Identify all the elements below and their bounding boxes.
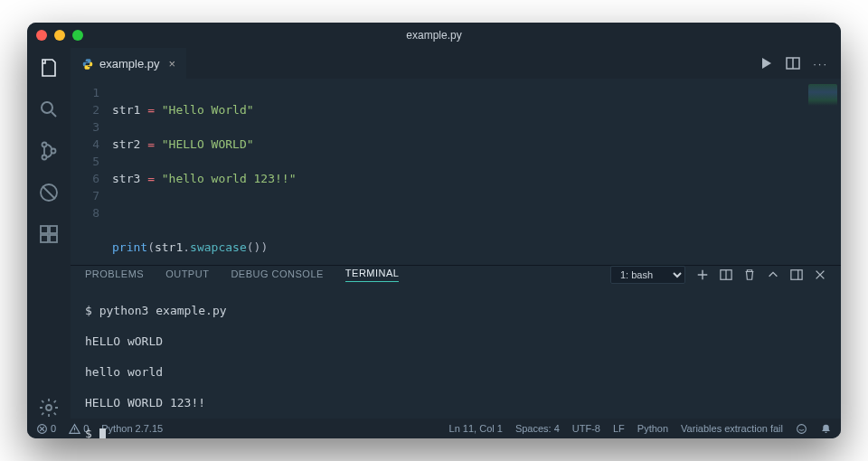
error-icon [36,423,48,435]
terminal-shell-select[interactable]: 1: bash [610,266,685,284]
svg-point-9 [46,405,52,410]
source-control-icon[interactable] [38,140,60,162]
extensions-icon[interactable] [38,223,60,245]
svg-rect-6 [50,226,57,233]
main-area: example.py × ··· 1 2 3 4 5 6 7 [27,48,841,419]
more-actions-icon[interactable]: ··· [813,57,828,71]
maximize-panel-icon[interactable] [767,268,779,281]
vscode-window: example.py example.py × ··· [27,23,841,438]
settings-gear-icon[interactable] [38,397,60,419]
panel-tab-terminal[interactable]: TERMINAL [345,268,400,282]
svg-rect-12 [791,270,802,280]
kill-terminal-icon[interactable] [743,268,756,281]
panel-position-icon[interactable] [790,268,803,281]
svg-point-0 [42,102,52,113]
terminal-actions: 1: bash [610,266,826,284]
titlebar: example.py [27,23,841,48]
tab-label: example.py [99,57,159,71]
panel-tab-problems[interactable]: PROBLEMS [85,268,144,282]
close-tab-icon[interactable]: × [168,57,175,71]
explorer-icon[interactable] [38,57,60,79]
terminal-output[interactable]: $ python3 example.py hELLO wORLD hello w… [71,284,841,438]
split-editor-icon[interactable] [786,56,800,71]
new-terminal-icon[interactable] [696,268,709,281]
editor-group: example.py × ··· 1 2 3 4 5 6 7 [71,48,841,419]
window-title: example.py [27,29,841,42]
line-gutter: 1 2 3 4 5 6 7 8 [71,79,112,265]
terminal-cursor [99,428,106,439]
svg-point-1 [42,143,47,147]
tab-example-py[interactable]: example.py × [71,48,186,79]
run-icon[interactable] [759,56,773,71]
minimap[interactable] [808,84,837,111]
code-content: str1 = "Hello World" str2 = "HELLO WORLD… [112,79,297,265]
search-icon[interactable] [38,99,60,120]
svg-point-3 [52,149,56,154]
editor-tabs: example.py × ··· [71,48,841,79]
activity-bar [27,48,71,419]
svg-rect-8 [50,235,57,242]
bottom-panel: PROBLEMS OUTPUT DEBUG CONSOLE TERMINAL 1… [71,265,841,419]
editor-actions: ··· [759,48,841,79]
panel-tab-output[interactable]: OUTPUT [165,268,209,282]
panel-tabs: PROBLEMS OUTPUT DEBUG CONSOLE TERMINAL 1… [71,266,841,284]
status-errors[interactable]: 0 [36,423,56,435]
svg-rect-7 [41,235,48,242]
python-file-icon [81,58,94,71]
svg-point-2 [42,155,47,160]
debug-icon[interactable] [38,182,60,203]
close-panel-icon[interactable] [814,268,826,281]
code-editor[interactable]: 1 2 3 4 5 6 7 8 str1 = "Hello World" str… [71,79,841,265]
svg-rect-5 [41,226,48,233]
panel-tab-debug[interactable]: DEBUG CONSOLE [231,268,323,282]
split-terminal-icon[interactable] [720,268,732,281]
